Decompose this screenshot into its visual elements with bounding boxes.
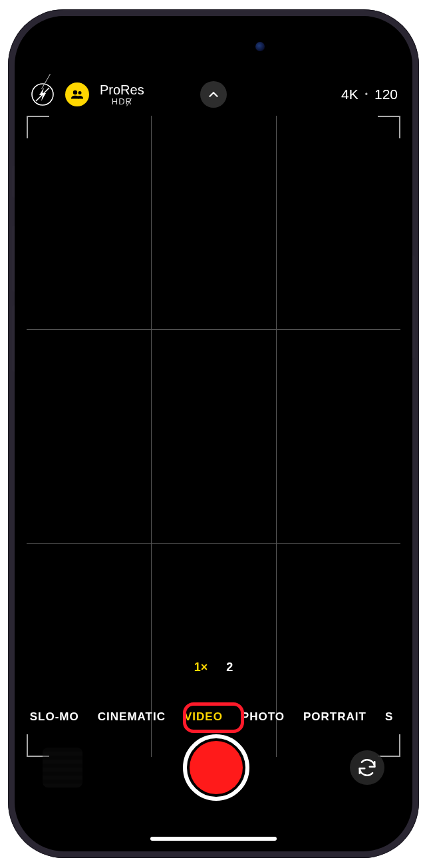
prores-label: ProRes	[100, 83, 144, 97]
camera-flip-icon[interactable]	[350, 750, 384, 785]
grid-line	[151, 116, 152, 757]
frame-corner	[27, 116, 49, 138]
mode-video[interactable]: VIDEO	[184, 710, 223, 724]
mode-cinematic[interactable]: CINEMATIC	[98, 710, 166, 724]
fps-label: 120	[374, 86, 398, 102]
separator-dot: •	[365, 90, 368, 99]
grid-line	[27, 543, 400, 544]
mode-selector[interactable]: SLO-MO CINEMATIC VIDEO PHOTO PORTRAIT S	[15, 710, 412, 724]
svg-point-2	[73, 90, 77, 94]
mode-slomo[interactable]: SLO-MO	[30, 710, 79, 724]
svg-line-1	[36, 88, 49, 101]
phone-frame: ProRes HDR 4K • 120	[8, 9, 419, 858]
last-capture-thumbnail[interactable]	[43, 748, 82, 788]
home-indicator[interactable]	[150, 837, 277, 841]
prores-toggle[interactable]: ProRes HDR	[100, 83, 144, 106]
format-indicator[interactable]: 4K • 120	[341, 86, 398, 102]
svg-point-3	[78, 91, 82, 94]
bottom-control-row	[15, 728, 412, 807]
mode-portrait[interactable]: PORTRAIT	[303, 710, 366, 724]
screen: ProRes HDR 4K • 120	[15, 16, 412, 851]
shutter-inner	[190, 741, 243, 794]
mode-photo[interactable]: PHOTO	[241, 710, 285, 724]
zoom-1x[interactable]: 1×	[194, 660, 208, 674]
top-center	[200, 74, 227, 114]
grid-line	[276, 116, 277, 757]
front-camera-lens	[255, 42, 265, 51]
hdr-label: HDR	[112, 97, 132, 106]
top-control-row: ProRes HDR 4K • 120	[15, 74, 412, 114]
resolution-label: 4K	[341, 86, 358, 102]
grid-line	[27, 329, 400, 330]
dynamic-island	[154, 32, 273, 61]
zoom-selector[interactable]: 1× 2	[194, 660, 233, 674]
chevron-up-icon[interactable]	[200, 81, 227, 108]
group-icon[interactable]	[65, 82, 89, 106]
mode-more[interactable]: S	[385, 710, 393, 724]
frame-corner	[378, 116, 400, 138]
shutter-button[interactable]	[183, 734, 249, 801]
zoom-2x[interactable]: 2	[226, 660, 233, 674]
